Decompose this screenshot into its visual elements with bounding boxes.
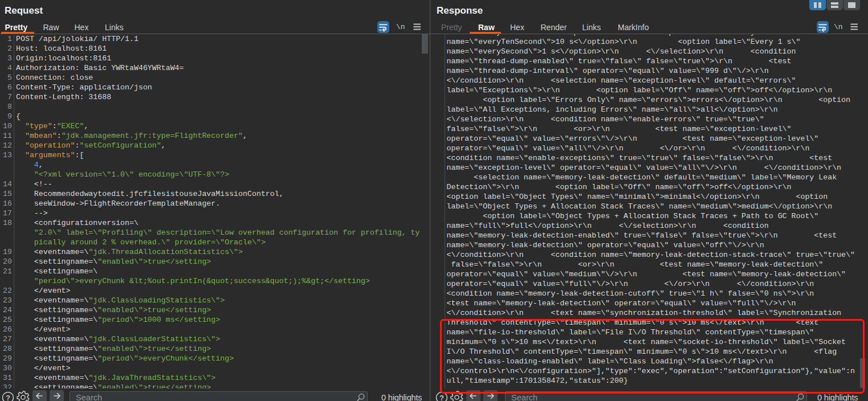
svg-text:?: ? xyxy=(6,394,10,401)
svg-text:?: ? xyxy=(439,394,444,401)
